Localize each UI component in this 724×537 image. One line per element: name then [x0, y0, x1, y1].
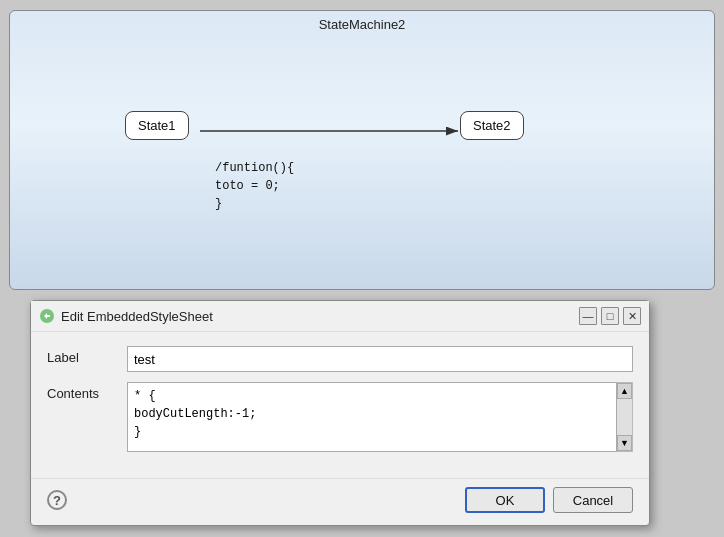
close-icon: ✕ — [628, 310, 637, 323]
transition-label: /funtion(){ toto = 0; } — [215, 159, 294, 213]
app-icon — [39, 308, 55, 324]
state2-label: State2 — [473, 118, 511, 133]
diagram-title: StateMachine2 — [10, 11, 714, 36]
state1-box[interactable]: State1 — [125, 111, 189, 140]
scroll-down-button[interactable]: ▼ — [617, 435, 632, 451]
scroll-up-button[interactable]: ▲ — [617, 383, 632, 399]
dialog-title-controls: — □ ✕ — [579, 307, 641, 325]
minimize-button[interactable]: — — [579, 307, 597, 325]
contents-field-label: Contents — [47, 382, 127, 401]
label-field-label: Label — [47, 346, 127, 365]
contents-textarea-wrapper: * { bodyCutLength:-1; } ▲ ▼ — [127, 382, 633, 452]
minimize-icon: — — [583, 310, 594, 322]
transition-code-line1: /funtion(){ — [215, 161, 294, 175]
close-button[interactable]: ✕ — [623, 307, 641, 325]
scroll-track — [617, 399, 632, 435]
state1-label: State1 — [138, 118, 176, 133]
maximize-button[interactable]: □ — [601, 307, 619, 325]
contents-textarea[interactable]: * { bodyCutLength:-1; } — [127, 382, 617, 452]
maximize-icon: □ — [607, 310, 614, 322]
cancel-button[interactable]: Cancel — [553, 487, 633, 513]
dialog-edit-stylesheet: Edit EmbeddedStyleSheet — □ ✕ Label Cont… — [30, 300, 650, 526]
transition-code-line2: toto = 0; — [215, 179, 280, 193]
help-icon: ? — [53, 493, 61, 508]
diagram-canvas: StateMachine2 State1 State2 /funtion(){ … — [9, 10, 715, 290]
dialog-title-text: Edit EmbeddedStyleSheet — [61, 309, 213, 324]
contents-scrollbar[interactable]: ▲ ▼ — [617, 382, 633, 452]
dialog-footer: ? OK Cancel — [31, 478, 649, 525]
dialog-title-left: Edit EmbeddedStyleSheet — [39, 308, 213, 324]
dialog-titlebar: Edit EmbeddedStyleSheet — □ ✕ — [31, 301, 649, 332]
state2-box[interactable]: State2 — [460, 111, 524, 140]
transition-arrow — [10, 11, 714, 289]
dialog-body: Label Contents * { bodyCutLength:-1; } ▲… — [31, 332, 649, 474]
label-row: Label — [47, 346, 633, 372]
footer-buttons: OK Cancel — [465, 487, 633, 513]
label-input[interactable] — [127, 346, 633, 372]
transition-code-line3: } — [215, 197, 222, 211]
ok-button[interactable]: OK — [465, 487, 545, 513]
contents-row: Contents * { bodyCutLength:-1; } ▲ ▼ — [47, 382, 633, 452]
help-button[interactable]: ? — [47, 490, 67, 510]
